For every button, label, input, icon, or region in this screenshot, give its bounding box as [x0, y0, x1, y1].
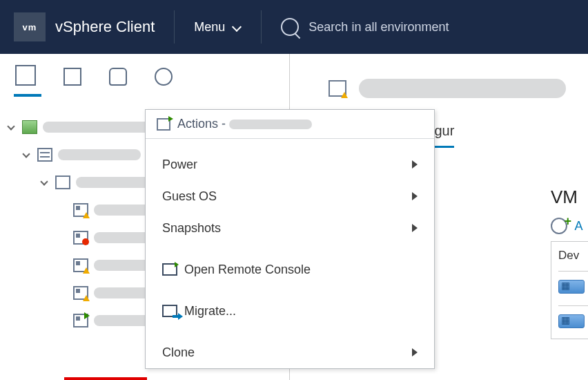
- menu-item-clone[interactable]: Clone: [146, 336, 434, 368]
- vm-hardware-panel: VM A Dev: [551, 187, 588, 339]
- search-icon: [281, 18, 299, 36]
- migrate-icon: [162, 305, 177, 317]
- menu-dropdown[interactable]: Menu: [194, 20, 242, 35]
- vm-icon: [73, 286, 88, 300]
- vm-icon: [73, 314, 88, 327]
- submenu-arrow-icon: [412, 192, 418, 200]
- network-tab-icon[interactable]: [155, 68, 173, 86]
- datacenter-icon: [37, 148, 52, 162]
- highlight-selected-vm: [64, 377, 147, 380]
- vm-icon: [73, 231, 88, 245]
- caret-icon: [41, 178, 51, 187]
- submenu-arrow-icon: [412, 348, 418, 357]
- menu-item-snapshots[interactable]: Snapshots: [146, 212, 434, 244]
- device-label: Dev: [558, 249, 588, 263]
- vm-actions-icon: [157, 118, 170, 131]
- device-row[interactable]: [558, 280, 588, 297]
- active-tab-underline: [14, 94, 41, 97]
- caret-icon: [8, 122, 18, 132]
- vm-icon: [329, 80, 346, 97]
- vm-hardware-heading: VM: [551, 187, 588, 208]
- app-header: vm vSphere Client Menu Search in all env…: [0, 0, 588, 54]
- object-title: [329, 79, 588, 98]
- hosts-clusters-tab-icon[interactable]: [18, 68, 36, 86]
- vm-icon: [73, 203, 88, 217]
- vmware-logo: vm: [14, 12, 46, 41]
- add-network-icon: [551, 218, 567, 234]
- storage-tab-icon[interactable]: [109, 68, 127, 86]
- menu-item-open-remote-console[interactable]: Open Remote Console: [146, 254, 434, 285]
- global-search[interactable]: Search in all environment: [281, 18, 449, 36]
- device-row[interactable]: [558, 314, 588, 332]
- vm-context-menu: Actions - Power Guest OS Snapshots Open …: [145, 109, 435, 369]
- cluster-icon: [55, 175, 70, 189]
- menu-label: Menu: [194, 20, 225, 35]
- caret-icon: [23, 150, 33, 160]
- menu-item-migrate[interactable]: Migrate...: [146, 295, 434, 327]
- submenu-arrow-icon: [412, 224, 418, 232]
- console-icon: [162, 263, 177, 276]
- device-card-icon: [558, 280, 585, 294]
- add-device-link[interactable]: A: [551, 218, 588, 234]
- menu-item-power[interactable]: Power: [146, 149, 434, 180]
- context-menu-header: Actions -: [146, 110, 434, 139]
- vm-icon: [73, 258, 88, 272]
- chevron-down-icon: [232, 22, 242, 32]
- search-placeholder: Search in all environment: [308, 20, 449, 35]
- device-card-icon: [558, 314, 585, 328]
- vms-templates-tab-icon[interactable]: [63, 68, 81, 86]
- menu-item-guest-os[interactable]: Guest OS: [146, 180, 434, 212]
- app-title: vSphere Client: [55, 18, 155, 36]
- vcenter-icon: [22, 120, 37, 134]
- submenu-arrow-icon: [412, 160, 418, 169]
